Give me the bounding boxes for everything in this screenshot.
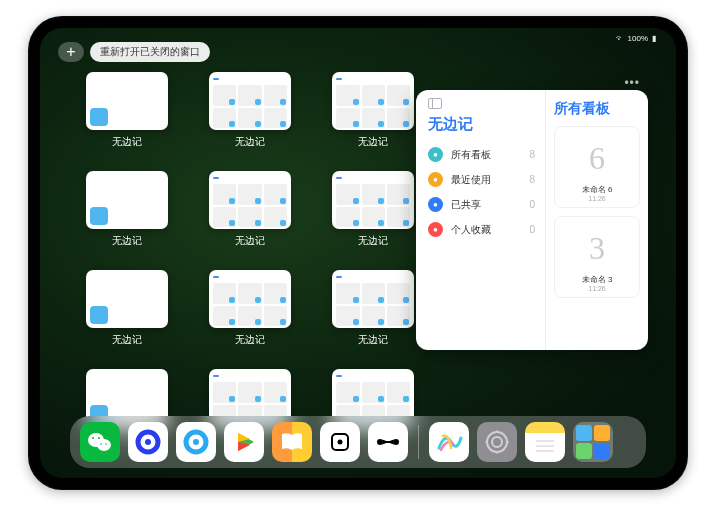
popup-boards: 所有看板 6 未命名 6 11:263 未命名 3 11:26 <box>546 90 648 350</box>
svg-point-3 <box>98 437 100 439</box>
wifi-icon: ᯤ <box>616 34 624 43</box>
category-label: 已共享 <box>451 198 481 212</box>
new-window-button[interactable]: + <box>58 42 84 62</box>
popup-sidebar: 无边记 ● 所有看板 8● 最近使用 8● 已共享 0● 个人收藏 0 <box>416 90 546 350</box>
screen: ᯤ 100% ▮ + 重新打开已关闭的窗口 无边记无边记无边记无边记无边记无边记… <box>40 28 676 478</box>
app-tile-label: 无边记 <box>112 135 142 149</box>
svg-point-14 <box>338 440 343 445</box>
battery-text: 100% <box>628 34 648 43</box>
app-tile-label: 无边记 <box>358 234 388 248</box>
popup-category-row[interactable]: ● 个人收藏 0 <box>428 217 535 242</box>
app-thumbnail <box>209 171 291 229</box>
dock-separator <box>418 425 419 459</box>
app-thumbnail <box>86 171 168 229</box>
dock-books[interactable] <box>272 422 312 462</box>
app-thumbnail <box>86 270 168 328</box>
app-thumbnail <box>209 270 291 328</box>
category-label: 所有看板 <box>451 148 491 162</box>
reopen-closed-window-button[interactable]: 重新打开已关闭的窗口 <box>90 42 210 62</box>
battery-icon: ▮ <box>652 34 656 43</box>
svg-point-21 <box>492 437 502 447</box>
more-icon[interactable]: ••• <box>624 76 640 90</box>
plus-icon: + <box>66 43 75 61</box>
category-icon: ● <box>428 172 443 187</box>
category-label: 个人收藏 <box>451 223 491 237</box>
app-tile[interactable]: 无边记 <box>80 270 173 347</box>
app-tile[interactable]: 无边记 <box>203 270 296 347</box>
app-tile[interactable]: 无边记 <box>327 171 420 248</box>
app-thumbnail <box>332 72 414 130</box>
svg-point-4 <box>100 443 102 445</box>
top-left-controls: + 重新打开已关闭的窗口 <box>58 42 210 62</box>
popup-category-row[interactable]: ● 最近使用 8 <box>428 167 535 192</box>
category-count: 8 <box>529 149 535 160</box>
board-sketch: 3 <box>560 222 634 274</box>
app-tile[interactable]: 无边记 <box>203 72 296 149</box>
category-count: 8 <box>529 174 535 185</box>
app-tile[interactable]: 无边记 <box>327 270 420 347</box>
board-label: 未命名 6 <box>582 184 613 195</box>
app-tile[interactable]: 无边记 <box>80 72 173 149</box>
popup-category-row[interactable]: ● 所有看板 8 <box>428 142 535 167</box>
category-count: 0 <box>529 199 535 210</box>
svg-point-9 <box>193 439 199 445</box>
dock-quark-2[interactable] <box>176 422 216 462</box>
app-thumbnail <box>332 270 414 328</box>
app-tile-label: 无边记 <box>235 234 265 248</box>
app-tile[interactable]: 无边记 <box>80 171 173 248</box>
dock-graph[interactable] <box>368 422 408 462</box>
popup-category-row[interactable]: ● 已共享 0 <box>428 192 535 217</box>
popup-right-title: 所有看板 <box>554 100 640 118</box>
dock <box>70 416 646 468</box>
board-label: 未命名 3 <box>582 274 613 285</box>
app-tile-label: 无边记 <box>235 135 265 149</box>
dock-notes[interactable] <box>525 422 565 462</box>
svg-point-1 <box>97 439 111 451</box>
app-tile-label: 无边记 <box>112 234 142 248</box>
dock-quark-1[interactable] <box>128 422 168 462</box>
dock-settings[interactable] <box>477 422 517 462</box>
svg-point-7 <box>145 439 151 445</box>
category-icon: ● <box>428 222 443 237</box>
category-icon: ● <box>428 197 443 212</box>
category-label: 最近使用 <box>451 173 491 187</box>
app-tile-label: 无边记 <box>358 333 388 347</box>
dock-freeform[interactable] <box>429 422 469 462</box>
dock-app-library[interactable] <box>573 422 613 462</box>
app-switcher-grid: 无边记无边记无边记无边记无边记无边记无边记无边记无边记无边记无边记无边记 <box>80 72 420 446</box>
popup-title: 无边记 <box>428 115 535 134</box>
ipad-frame: ᯤ 100% ▮ + 重新打开已关闭的窗口 无边记无边记无边记无边记无边记无边记… <box>28 16 688 490</box>
freeform-popup[interactable]: ••• 无边记 ● 所有看板 8● 最近使用 8● 已共享 0● 个人收藏 0 … <box>416 90 648 350</box>
board-card[interactable]: 6 未命名 6 11:26 <box>554 126 640 208</box>
app-tile[interactable]: 无边记 <box>327 72 420 149</box>
status-bar: ᯤ 100% ▮ <box>616 34 656 43</box>
dock-play[interactable] <box>224 422 264 462</box>
board-timestamp: 11:26 <box>588 285 606 292</box>
svg-point-2 <box>92 437 94 439</box>
app-thumbnail <box>86 72 168 130</box>
board-sketch: 6 <box>560 132 634 184</box>
dock-app-box[interactable] <box>320 422 360 462</box>
board-card[interactable]: 3 未命名 3 11:26 <box>554 216 640 298</box>
board-timestamp: 11:26 <box>588 195 606 202</box>
app-thumbnail <box>332 171 414 229</box>
svg-point-20 <box>487 432 507 452</box>
svg-point-5 <box>105 443 107 445</box>
app-thumbnail <box>209 72 291 130</box>
category-count: 0 <box>529 224 535 235</box>
category-icon: ● <box>428 147 443 162</box>
app-tile[interactable]: 无边记 <box>203 171 296 248</box>
reopen-label: 重新打开已关闭的窗口 <box>100 45 200 59</box>
app-tile-label: 无边记 <box>358 135 388 149</box>
dock-wechat[interactable] <box>80 422 120 462</box>
sidebar-icon[interactable] <box>428 98 442 109</box>
app-tile-label: 无边记 <box>112 333 142 347</box>
app-tile-label: 无边记 <box>235 333 265 347</box>
